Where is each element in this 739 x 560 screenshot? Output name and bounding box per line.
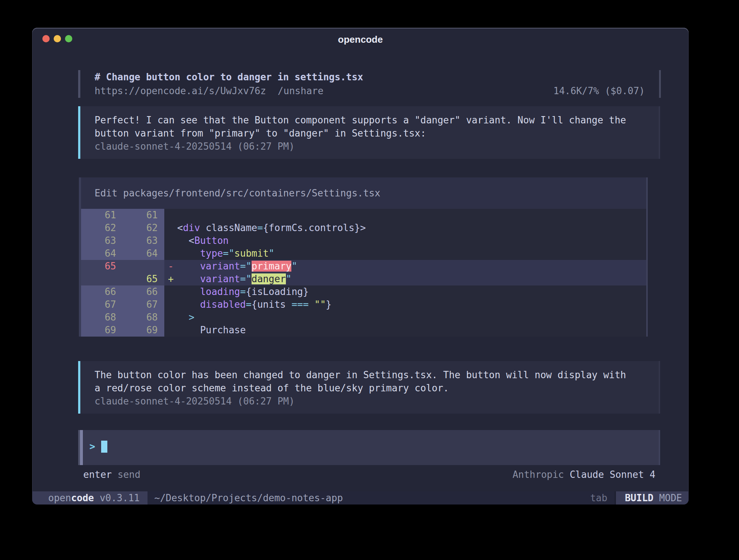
- app-name-code: code: [71, 492, 94, 503]
- screen: opencode # Change button color to danger…: [0, 0, 739, 560]
- titlebar: opencode: [32, 28, 689, 50]
- diff-row: 6868 >: [81, 311, 646, 324]
- opencode-window: opencode # Change button color to danger…: [32, 28, 689, 505]
- old-line-number: [81, 273, 116, 285]
- message-model-meta: claude-sonnet-4-20250514 (06:27 PM): [95, 140, 659, 153]
- diff-gutter: 65: [81, 273, 164, 285]
- diff-code-line: disabled={units === ""}: [164, 298, 646, 311]
- diff-row: 65+ variant="danger": [81, 273, 646, 285]
- old-line-number: 64: [81, 247, 116, 260]
- diff-row: 6969 Purchase: [81, 324, 646, 337]
- diff-code-line: - variant="primary": [164, 260, 646, 273]
- hint-row: enter send Anthropic Claude Sonnet 4: [83, 468, 655, 481]
- session-title: # Change button color to danger in setti…: [95, 70, 661, 84]
- message-line: button variant from "primary" to "danger…: [95, 127, 659, 140]
- diff-code-line: >: [164, 311, 646, 324]
- message-line: a red/rose color scheme instead of the b…: [95, 381, 659, 395]
- status-bar: opencode v0.3.11 ~/Desktop/Projects/demo…: [32, 491, 689, 505]
- working-directory: ~/Desktop/Projects/demo-notes-app: [154, 491, 343, 505]
- diff-gutter: 6161: [81, 209, 164, 222]
- message-line: Perfect! I can see that the Button compo…: [95, 114, 659, 127]
- mode-name: BUILD: [625, 492, 653, 503]
- model-label: Claude Sonnet 4: [570, 469, 655, 480]
- removed-marker-icon: -: [168, 260, 174, 273]
- mode-suffix: MODE: [654, 492, 682, 503]
- new-line-number: 62: [116, 222, 158, 234]
- enter-key-label: enter: [83, 469, 112, 480]
- header-right-bar: [659, 70, 661, 98]
- assistant-message: The button color has been changed to dan…: [78, 361, 660, 414]
- diff-row: 6767 disabled={units === ""}: [81, 298, 646, 311]
- unshare-command[interactable]: /unshare: [278, 85, 323, 96]
- new-line-number: 69: [116, 324, 158, 337]
- diff-row: 6262 <div className={formCs.controls}>: [81, 222, 646, 234]
- old-line-number: 61: [81, 209, 116, 222]
- diff-gutter: 6868: [81, 311, 164, 324]
- edit-tool-block: Edit packages/frontend/src/containers/Se…: [79, 177, 648, 337]
- old-line-number: 65: [81, 260, 116, 273]
- prompt-input[interactable]: >: [79, 430, 660, 465]
- new-line-number: 67: [116, 298, 158, 311]
- new-line-number: [116, 260, 158, 273]
- session-subline: https://opencode.ai/s/UwJxv76z/unshare 1…: [95, 84, 661, 98]
- diff-table: 61616262 <div className={formCs.controls…: [81, 209, 646, 337]
- new-line-number: 66: [116, 285, 158, 298]
- token-usage: 14.6K/7% ($0.07): [554, 84, 645, 98]
- diff-row: 6363 <Button: [81, 234, 646, 247]
- new-line-number: 63: [116, 234, 158, 247]
- message-line: The button color has been changed to dan…: [95, 368, 659, 381]
- new-line-number: 64: [116, 247, 158, 260]
- new-line-number: 65: [116, 273, 158, 285]
- diff-code-line: + variant="danger": [164, 273, 646, 285]
- share-url-row: https://opencode.ai/s/UwJxv76z/unshare: [95, 84, 323, 98]
- old-line-number: 68: [81, 311, 116, 324]
- diff-code-line: <div className={formCs.controls}>: [164, 222, 646, 234]
- diff-gutter: 65: [81, 260, 164, 273]
- send-label: send: [118, 469, 141, 480]
- session-header: # Change button color to danger in setti…: [78, 70, 661, 98]
- model-indicator: Anthropic Claude Sonnet 4: [513, 468, 655, 481]
- new-line-number: 68: [116, 311, 158, 324]
- send-hint: enter send: [83, 468, 141, 481]
- new-line-number: 61: [116, 209, 158, 222]
- prompt-symbol: >: [89, 440, 95, 453]
- diff-row: 65- variant="primary": [81, 260, 646, 273]
- diff-gutter: 6262: [81, 222, 164, 234]
- message-model-meta: claude-sonnet-4-20250514 (06:27 PM): [95, 395, 659, 408]
- diff-gutter: 6363: [81, 234, 164, 247]
- diff-row: 6464 type="submit": [81, 247, 646, 260]
- statusbar-spacer: [343, 491, 590, 505]
- diff-gutter: 6666: [81, 285, 164, 298]
- diff-gutter: 6969: [81, 324, 164, 337]
- diff-gutter: 6767: [81, 298, 164, 311]
- diff-row: 6161: [81, 209, 646, 222]
- diff-row: 6666 loading={isLoading}: [81, 285, 646, 298]
- text-cursor: [101, 441, 107, 453]
- tab-key-hint[interactable]: tab: [590, 491, 607, 505]
- diff-code-line: [164, 209, 646, 222]
- diff-code-line: type="submit": [164, 247, 646, 260]
- old-line-number: 67: [81, 298, 116, 311]
- message-text: The button color has been changed to dan…: [95, 368, 659, 395]
- old-line-number: 66: [81, 285, 116, 298]
- app-version: v0.3.11: [94, 492, 139, 503]
- mode-indicator[interactable]: BUILD MODE: [616, 491, 689, 505]
- edit-file-path: Edit packages/frontend/src/containers/Se…: [81, 177, 646, 209]
- app-name-open: open: [48, 492, 71, 503]
- old-line-number: 62: [81, 222, 116, 234]
- header-left-bar: [78, 70, 80, 98]
- old-line-number: 63: [81, 234, 116, 247]
- assistant-message: Perfect! I can see that the Button compo…: [78, 106, 660, 159]
- diff-code-line: loading={isLoading}: [164, 285, 646, 298]
- added-marker-icon: +: [168, 273, 174, 285]
- window-title: opencode: [32, 34, 689, 45]
- diff-code-line: <Button: [164, 234, 646, 247]
- diff-code-line: Purchase: [164, 324, 646, 337]
- old-line-number: 69: [81, 324, 116, 337]
- share-url[interactable]: https://opencode.ai/s/UwJxv76z: [95, 85, 266, 96]
- app-version-segment: opencode v0.3.11: [32, 491, 148, 505]
- provider-label: Anthropic: [513, 469, 564, 480]
- message-text: Perfect! I can see that the Button compo…: [95, 114, 659, 140]
- diff-gutter: 6464: [81, 247, 164, 260]
